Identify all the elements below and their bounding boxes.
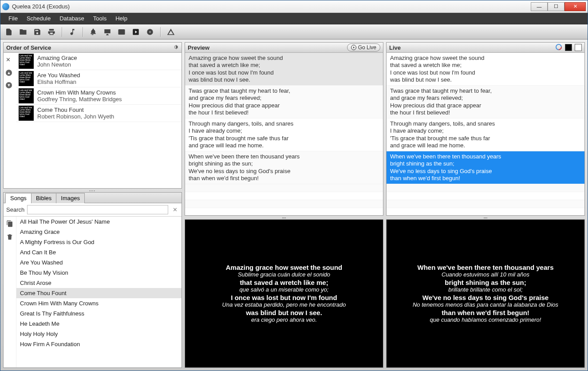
- tab-songs[interactable]: Songs: [5, 193, 32, 203]
- save-icon[interactable]: [32, 27, 42, 37]
- song-row[interactable]: Are You Washed: [16, 257, 182, 268]
- live-projector: When we've been there ten thousand years…: [386, 219, 585, 368]
- preview-title: Preview: [188, 44, 347, 51]
- live-header: Live: [386, 42, 585, 53]
- song-row[interactable]: A Mighty Fortress is Our God: [16, 237, 182, 247]
- song-row[interactable]: Come Thou Fount: [16, 288, 182, 298]
- song-row[interactable]: How Firm A Foundation: [16, 339, 182, 349]
- menu-tools[interactable]: Tools: [89, 13, 111, 24]
- song-thumbnail: Lots and lots Lyrics Mary loves More lyr…: [19, 54, 34, 69]
- library-tabs: Songs Bibles Images: [4, 193, 182, 203]
- open-icon[interactable]: [18, 27, 28, 37]
- menu-schedule[interactable]: Schedule: [22, 13, 55, 24]
- song-thumbnail: Lots and lots Lyrics Mary loves More lyr…: [19, 106, 34, 121]
- verse[interactable]: Amazing grace how sweet the soundthat sa…: [185, 53, 383, 86]
- tab-images[interactable]: Images: [56, 193, 85, 203]
- gear-icon[interactable]: [172, 43, 179, 52]
- song-row[interactable]: He Leadeth Me: [16, 319, 182, 329]
- verse[interactable]: Twas grace that taught my heart to fear,…: [387, 86, 584, 118]
- notices-icon[interactable]: [88, 27, 98, 37]
- toolbar: [0, 24, 588, 39]
- live-title: Live: [389, 44, 555, 51]
- split-grip[interactable]: •••: [386, 216, 585, 219]
- maximize-button[interactable]: ☐: [548, 2, 564, 11]
- warning-icon[interactable]: [166, 27, 176, 37]
- order-title: Order of Service: [6, 44, 172, 51]
- split-grip[interactable]: •••: [3, 189, 182, 192]
- song-row[interactable]: Amazing Grace: [16, 227, 182, 237]
- menubar: File Schedule Database Tools Help: [0, 13, 588, 24]
- app-icon: [2, 3, 9, 10]
- black-screen-icon[interactable]: [565, 44, 572, 51]
- order-item[interactable]: Lots and lots Lyrics Mary loves More lyr…: [16, 70, 182, 87]
- logo-toggle-icon[interactable]: [555, 43, 562, 52]
- verse[interactable]: Twas grace that taught my heart to fear,…: [185, 86, 383, 118]
- copy-icon[interactable]: [6, 220, 13, 227]
- song-row[interactable]: And Can It Be: [16, 247, 182, 257]
- song-row[interactable]: Great Is Thy Faithfulness: [16, 308, 182, 319]
- order-item[interactable]: Lots and lots Lyrics Mary loves More lyr…: [16, 105, 182, 122]
- song-title: Are You Washed: [37, 72, 80, 79]
- verse[interactable]: Through many dangers, toils, and snaresI…: [185, 118, 383, 151]
- song-row[interactable]: Crown Him With Many Crowns: [16, 298, 182, 308]
- go-live-button[interactable]: Go Live: [347, 43, 380, 51]
- preview-projector: Amazing grace how sweet the soundSublime…: [185, 219, 383, 368]
- order-item[interactable]: Lots and lots Lyrics Mary loves More lyr…: [16, 87, 182, 105]
- song-title: Come Thou Fount: [37, 107, 114, 113]
- live-verses: Amazing grace how sweet the soundthat sa…: [386, 53, 585, 216]
- remove-item-icon[interactable]: ✕: [6, 56, 14, 64]
- song-author: John Newton: [37, 61, 77, 68]
- verse[interactable]: When we've been there ten thousand years…: [185, 151, 383, 184]
- split-grip[interactable]: •••: [185, 216, 383, 219]
- song-author: Godfrey Thring, Matthew Bridges: [37, 96, 122, 103]
- app-window: Quelea 2014 (Exodus) — ☐ ✕ File Schedule…: [0, 0, 588, 371]
- clear-search-icon[interactable]: ✕: [171, 206, 179, 214]
- song-title: Amazing Grace: [37, 55, 77, 61]
- print-icon[interactable]: [47, 27, 56, 37]
- move-down-icon[interactable]: ▼: [6, 81, 14, 89]
- preview-header: Preview Go Live: [185, 42, 383, 53]
- menu-help[interactable]: Help: [111, 13, 132, 24]
- window-title: Quelea 2014 (Exodus): [12, 3, 531, 10]
- song-row[interactable]: Holy Holy Holy: [16, 329, 182, 339]
- video-icon[interactable]: [117, 27, 126, 37]
- song-list: All Hail The Power Of Jesus' NameAmazing…: [16, 217, 182, 367]
- song-thumbnail: Lots and lots Lyrics Mary loves More lyr…: [19, 88, 34, 103]
- song-thumbnail: Lots and lots Lyrics Mary loves More lyr…: [19, 71, 34, 86]
- search-label: Search: [6, 206, 24, 213]
- preview-verses: Amazing grace how sweet the soundthat sa…: [185, 53, 383, 216]
- move-up-icon[interactable]: ▲: [6, 69, 14, 77]
- new-schedule-icon[interactable]: [4, 27, 14, 37]
- presentation-icon[interactable]: [103, 27, 112, 37]
- dvd-icon[interactable]: [145, 27, 155, 37]
- order-header: Order of Service: [3, 42, 182, 53]
- play-icon[interactable]: [131, 27, 141, 37]
- song-row[interactable]: All Hail The Power Of Jesus' Name: [16, 217, 182, 227]
- order-list: Lots and lots Lyrics Mary loves More lyr…: [16, 53, 182, 188]
- verse[interactable]: Amazing grace how sweet the soundthat sa…: [387, 53, 584, 86]
- menu-file[interactable]: File: [4, 13, 22, 24]
- song-author: Elisha Hoffman: [37, 79, 80, 85]
- song-row[interactable]: Christ Arose: [16, 278, 182, 288]
- verse[interactable]: Through many dangers, toils, and snaresI…: [387, 118, 584, 151]
- search-input[interactable]: [27, 205, 168, 214]
- add-song-icon[interactable]: [67, 27, 77, 37]
- song-row[interactable]: Be Thou My Vision: [16, 268, 182, 278]
- close-button[interactable]: ✕: [564, 2, 586, 11]
- minimize-button[interactable]: —: [531, 2, 548, 11]
- titlebar: Quelea 2014 (Exodus) — ☐ ✕: [0, 0, 588, 13]
- svg-point-2: [150, 31, 151, 32]
- clear-screen-icon[interactable]: [575, 44, 582, 51]
- song-author: Robert Robinson, John Wyeth: [37, 113, 114, 120]
- menu-database[interactable]: Database: [55, 13, 89, 24]
- tab-bibles[interactable]: Bibles: [31, 193, 56, 203]
- order-item[interactable]: Lots and lots Lyrics Mary loves More lyr…: [16, 53, 182, 70]
- verse[interactable]: When we've been there ten thousand years…: [387, 151, 584, 184]
- song-title: Crown Him With Many Crowns: [37, 89, 122, 96]
- delete-icon[interactable]: [6, 233, 13, 241]
